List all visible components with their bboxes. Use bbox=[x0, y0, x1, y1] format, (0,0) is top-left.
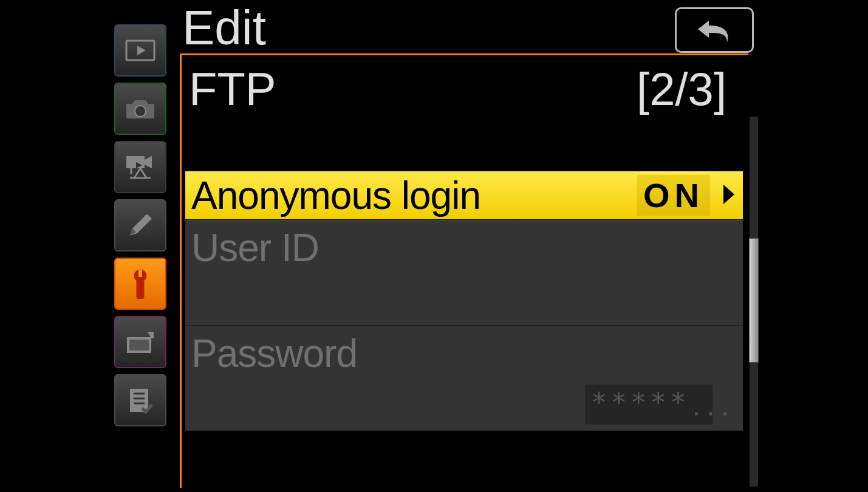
svg-marker-4 bbox=[145, 156, 152, 168]
menu-item-label: User ID bbox=[185, 220, 743, 270]
menu-item-password: Password *****... bbox=[185, 326, 743, 431]
sidebar-item-video[interactable] bbox=[114, 141, 166, 193]
svg-rect-10 bbox=[129, 340, 149, 350]
wrench-icon bbox=[128, 268, 152, 299]
sidebar-item-playback[interactable] bbox=[114, 24, 166, 77]
video-icon bbox=[124, 154, 157, 180]
pencil-icon bbox=[126, 211, 154, 239]
svg-point-2 bbox=[135, 106, 146, 117]
page-indicator: [2/3] bbox=[637, 63, 726, 115]
retouch-icon bbox=[125, 330, 156, 354]
playback-icon bbox=[125, 39, 155, 61]
svg-marker-1 bbox=[137, 46, 146, 55]
sidebar-item-mymenu[interactable] bbox=[114, 374, 166, 426]
sidebar-item-retouch[interactable] bbox=[114, 316, 166, 368]
menu-item-label: Anonymous login bbox=[185, 173, 480, 218]
sidebar-item-pencil[interactable] bbox=[114, 199, 166, 251]
page-title: Edit bbox=[182, 0, 266, 56]
svg-rect-8 bbox=[138, 270, 142, 277]
back-button[interactable] bbox=[675, 7, 754, 53]
section-title: FTP bbox=[189, 63, 276, 115]
menu-item-anonymous-login[interactable]: Anonymous login ON bbox=[185, 171, 743, 220]
svg-rect-13 bbox=[130, 389, 148, 412]
scrollbar-track[interactable] bbox=[750, 117, 758, 487]
svg-marker-17 bbox=[723, 185, 734, 204]
menu-sidebar bbox=[114, 24, 166, 426]
menu-item-value: ON bbox=[637, 175, 710, 216]
chevron-right-icon bbox=[720, 182, 737, 209]
menu-item-user-id: User ID bbox=[185, 220, 743, 326]
scrollbar-thumb[interactable] bbox=[749, 238, 759, 363]
camera-icon bbox=[124, 97, 157, 121]
content-panel: FTP [2/3] Anonymous login ON User ID Pas… bbox=[180, 53, 748, 488]
mymenu-icon bbox=[126, 386, 154, 414]
back-icon bbox=[693, 16, 736, 45]
sidebar-item-setup[interactable] bbox=[114, 258, 166, 310]
menu-list: Anonymous login ON User ID Password ****… bbox=[185, 171, 743, 431]
sidebar-item-camera[interactable] bbox=[114, 83, 166, 135]
svg-rect-3 bbox=[126, 156, 145, 168]
menu-item-label: Password bbox=[185, 326, 743, 376]
menu-item-value: *****... bbox=[585, 384, 713, 425]
